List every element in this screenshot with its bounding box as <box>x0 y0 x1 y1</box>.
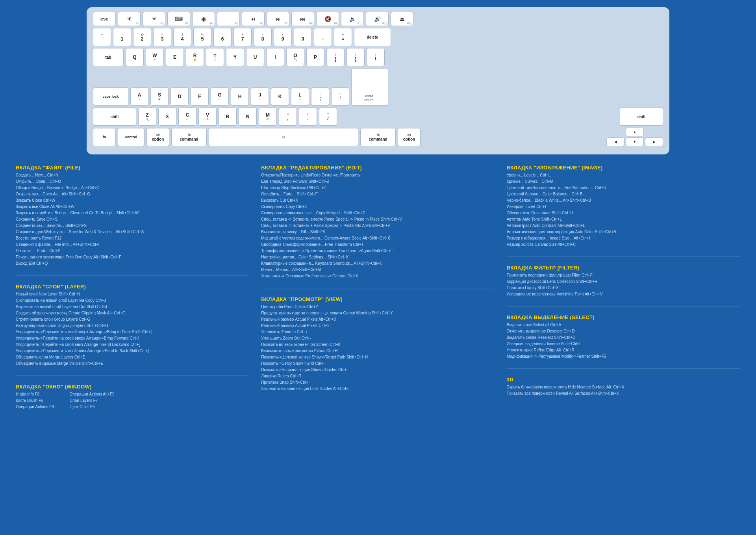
shortcut-line: Слои Layers F7 <box>70 398 115 404</box>
divider <box>16 275 249 276</box>
shortcut-line: Кисть Brush F5 <box>16 398 54 404</box>
key-f2[interactable]: ☀F2 <box>143 12 165 26</box>
key-q[interactable]: Q <box>126 48 144 66</box>
key-shift-left[interactable]: shift <box>93 108 136 126</box>
key-n[interactable]: N <box>239 108 257 126</box>
shortcut-line: Коррекция дисторсии Lens Correction Shif… <box>507 279 740 285</box>
key-f4[interactable]: ◉F4 <box>192 12 215 26</box>
key-esc[interactable]: esc <box>93 12 116 26</box>
key-enter[interactable]: enter return <box>351 68 388 106</box>
key-u[interactable]: U <box>246 48 264 66</box>
key-8[interactable]: *8 <box>254 28 272 46</box>
key-y[interactable]: Y <box>226 48 244 66</box>
shortcut-line: Предупр. при выходе за пределы цв. охват… <box>261 310 495 316</box>
key-9[interactable]: (9 <box>274 28 292 46</box>
shortcut-line: Спец. вставка -> Вставить вместо Paste S… <box>261 216 495 223</box>
key-f8[interactable]: ⏭F8 <box>291 12 314 26</box>
key-6[interactable]: ^6 <box>213 28 232 46</box>
key-arrow-right[interactable]: ▶ <box>645 137 663 146</box>
key-command-left[interactable]: ⌘command <box>171 128 207 146</box>
key-c[interactable]: C✂ <box>178 108 196 126</box>
key-i[interactable]: I <box>266 48 284 66</box>
key-j[interactable]: J✒ <box>251 87 269 106</box>
shortcut-line: Скопировать совмещенные... Copy Merged..… <box>261 210 495 216</box>
key-option-left[interactable]: altoption <box>146 128 169 146</box>
key-semicolon[interactable]: :; <box>311 87 329 106</box>
shortcut-line: Уточнить край Refine Edge Alt+Ctrl+R <box>507 347 740 353</box>
key-quote[interactable]: "' <box>331 87 349 106</box>
key-f3[interactable]: ⌨F3 <box>167 12 190 26</box>
key-s[interactable]: S◼ <box>150 87 169 106</box>
key-f12[interactable]: ⏏F12 <box>391 12 413 26</box>
shortcut-line: Инфо Info F8 <box>16 391 54 398</box>
key-5[interactable]: %5 <box>193 28 211 46</box>
key-f5[interactable]: F5 <box>217 12 240 26</box>
key-rbracket[interactable]: }] <box>346 48 365 66</box>
key-comma[interactable]: <, <box>279 108 297 126</box>
key-3[interactable]: #3 <box>153 28 171 46</box>
shortcut-line: Спец. вставка -> Вставить в Paste Specia… <box>261 223 495 229</box>
key-b[interactable]: B <box>219 108 237 126</box>
key-period[interactable]: >. <box>299 108 317 126</box>
key-4[interactable]: $4 <box>173 28 191 46</box>
shortcut-line: Вспомогательные элементы Extras Ctrl+H <box>261 348 495 354</box>
key-capslock[interactable]: caps lock <box>93 87 128 106</box>
key-w[interactable]: W✦ <box>146 48 164 66</box>
key-d[interactable]: D <box>170 87 189 106</box>
key-arrow-down[interactable]: ▼ <box>626 137 644 146</box>
key-f11[interactable]: 🔊F11 <box>366 12 389 26</box>
key-2[interactable]: @2 <box>133 28 151 46</box>
image-shortcuts: Уровни... Levels... Ctrl+L Кривые... Cur… <box>507 172 740 248</box>
shortcut-line: Автоконтраст Auto Contrast Alt+Shift+Ctr… <box>507 223 740 229</box>
key-arrow-up[interactable]: ▲ <box>626 128 644 136</box>
key-r[interactable]: R✋ <box>186 48 204 66</box>
view-shortcuts: Цветопроба Proof Colors Ctrl+Y Предупр. … <box>261 304 495 392</box>
key-f6[interactable]: ⏮F6 <box>242 12 265 26</box>
key-f9[interactable]: 🔇F9 <box>316 12 339 26</box>
key-slash[interactable]: ?/ <box>319 108 337 126</box>
key-delete[interactable]: delete <box>354 28 391 46</box>
key-control[interactable]: control <box>118 128 145 146</box>
key-g[interactable]: G✂ <box>211 87 229 106</box>
key-shift-right[interactable]: shift <box>620 108 663 126</box>
key-minus[interactable]: _- <box>314 28 332 46</box>
key-k[interactable]: K <box>271 87 289 106</box>
key-backslash[interactable]: |\ <box>367 48 385 66</box>
key-h[interactable]: H <box>231 87 249 106</box>
key-a[interactable]: A↖ <box>130 87 148 106</box>
key-tab[interactable]: tab <box>93 48 124 66</box>
content-section: ВКЛАДКА "ФАЙЛ" (FILE) Создать... New... … <box>0 158 756 419</box>
key-f7[interactable]: ⏯F7 <box>267 12 289 26</box>
key-arrow-left[interactable]: ◀ <box>606 137 624 146</box>
shortcut-line: Сохранить для Web и устр... Save for Web… <box>16 229 249 235</box>
shortcut-line: Инверсия выделения Inverse Shift+Ctrl+I <box>507 341 740 347</box>
key-backtick[interactable]: ~` <box>93 28 111 46</box>
key-command-right[interactable]: ⌘command <box>360 128 396 146</box>
key-v[interactable]: V✜ <box>198 108 217 126</box>
qwerty-row: tab Q W✦ E R✋ TT Y U I O🔍 P {[ }] |\ <box>93 48 663 66</box>
divider <box>16 375 249 376</box>
key-f[interactable]: F <box>191 87 209 106</box>
key-1[interactable]: !1 <box>113 28 131 46</box>
key-x[interactable]: X <box>158 108 176 126</box>
key-l[interactable]: L⌗ <box>291 87 309 106</box>
section-3d: 3D Скрыть ближайшую поверхность Hide Nea… <box>507 377 740 397</box>
key-p[interactable]: P <box>306 48 324 66</box>
key-f10[interactable]: 🔉F10 <box>341 12 364 26</box>
key-m[interactable]: M⊞ <box>259 108 277 126</box>
key-fn[interactable]: fn <box>93 128 116 146</box>
key-f1[interactable]: ☀F1 <box>118 12 141 26</box>
key-option-right[interactable]: altoption <box>398 128 421 146</box>
key-0[interactable]: )0 <box>294 28 312 46</box>
key-7[interactable]: &7 <box>233 28 252 46</box>
key-z[interactable]: Z🔍 <box>138 108 156 126</box>
key-lbracket[interactable]: {[ <box>326 48 345 66</box>
key-e[interactable]: E <box>166 48 184 66</box>
key-equals[interactable]: += <box>334 28 352 46</box>
key-space[interactable]: ⊞ <box>209 128 358 146</box>
shortcut-line: Шаг вперед Step Forward Shift+Ctrl+Z <box>261 178 495 185</box>
key-o[interactable]: O🔍 <box>286 48 304 66</box>
shortcut-line: Показать->Направляющие Show->Guides Ctrl… <box>261 367 495 373</box>
window-shortcuts-container: Инфо Info F8 Кисть Brush F5 Операции Act… <box>16 391 249 410</box>
key-t[interactable]: TT <box>206 48 224 66</box>
